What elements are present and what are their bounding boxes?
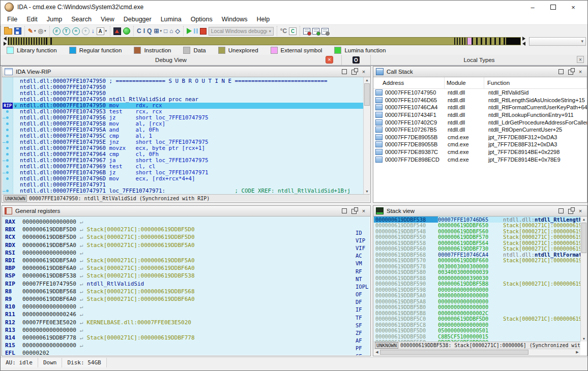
- stop-process-icon[interactable]: [200, 28, 207, 35]
- register-row[interactable]: R14000000619DDBF778↵Stack[0000271C]:0000…: [3, 334, 370, 342]
- call-stack-row[interactable]: 00007FFE10746D65ntdll.dllntdll_RtlLength…: [373, 97, 587, 104]
- stack-row[interactable]: 000000619DDBF5A00000000000000000: [374, 293, 580, 299]
- stack-row[interactable]: 000000619DDBF5800034003000000039: [374, 269, 580, 275]
- segments-list-icon[interactable]: [321, 28, 329, 35]
- watches-icon[interactable]: ⊞: [154, 27, 159, 35]
- lumina-status-icon[interactable]: [123, 27, 130, 35]
- disassembly-scrollbar[interactable]: ▲ ▼: [363, 77, 370, 194]
- maximize-panel-icon[interactable]: [558, 208, 564, 213]
- flag-row[interactable]: IOPL0: [356, 283, 370, 290]
- call-stack-row[interactable]: 00007FF7DE898ECDcmd.exejpt_7FF7DE8914BE+…: [373, 156, 587, 163]
- stack-row[interactable]: 000000619DDBF570000000619DDBF660Stack[00…: [374, 258, 580, 264]
- xrefs-view-icon[interactable]: +: [82, 27, 90, 35]
- close-panel-icon[interactable]: ×: [361, 69, 366, 74]
- register-row[interactable]: R130000000000000000↵: [3, 326, 370, 334]
- tab-output-window[interactable]: O: [342, 55, 371, 65]
- flag-row[interactable]: VIF0: [356, 244, 370, 252]
- stack-row[interactable]: 000000619DDBF5780030003000300000: [374, 263, 580, 269]
- register-row[interactable]: R110000000000000246↵: [3, 311, 370, 318]
- menu-item-file[interactable]: File: [3, 15, 22, 24]
- modules-list-icon[interactable]: [312, 28, 319, 35]
- ida-view-header[interactable]: IDA View-RIP ×: [2, 67, 370, 77]
- menu-item-windows[interactable]: Windows: [217, 15, 252, 24]
- stack-row[interactable]: 000000619DDBF5C80000000000000000: [374, 322, 580, 328]
- flag-row[interactable]: AC0: [356, 252, 370, 260]
- call-stack-row[interactable]: 00007FFE10747950ntdll.dllntdll_RtlValidS…: [373, 89, 587, 97]
- stack-row[interactable]: 000000619DDBF5D8C8B5CF5100000015: [374, 333, 580, 339]
- register-row[interactable]: RDX000000619DDBF5A0↵Stack[0000271C]:0000…: [3, 241, 370, 249]
- stack-row[interactable]: 000000619DDBF5B8000000000000002C: [374, 310, 580, 316]
- close-panel-icon[interactable]: ×: [578, 69, 583, 74]
- flag-row[interactable]: DF0: [356, 298, 370, 306]
- segments-icon[interactable]: ◇: [175, 27, 180, 35]
- open-file-icon[interactable]: [4, 28, 12, 35]
- flag-row[interactable]: TF0: [356, 314, 370, 321]
- maximize-panel-icon[interactable]: [342, 69, 347, 74]
- float-panel-icon[interactable]: [351, 209, 357, 214]
- debugger-select[interactable]: Local Windows debugger▾: [209, 27, 274, 36]
- register-row[interactable]: R8000000619DDBF568↵Stack[0000271C]:00000…: [3, 288, 370, 295]
- call-stack-row[interactable]: 00007FFE107402C9ntdll.dllntdll_LdrGetPro…: [373, 118, 587, 126]
- maximize-button[interactable]: [543, 1, 563, 13]
- tab-debug-view[interactable]: Debug View ×: [1, 55, 342, 65]
- stack-row[interactable]: 000000619DDBF5A80000000000000000: [374, 298, 580, 304]
- menu-item-edit[interactable]: Edit: [22, 15, 42, 24]
- scroll-down-icon[interactable]: ▼: [581, 337, 587, 341]
- edit-script-icon[interactable]: ✎: [28, 27, 33, 35]
- column-header-address[interactable]: Address: [373, 77, 445, 88]
- flag-row[interactable]: OF0: [356, 291, 370, 298]
- enums-view-icon[interactable]: =: [72, 27, 80, 35]
- flag-row[interactable]: CF0: [356, 352, 370, 355]
- close-button[interactable]: ×: [563, 1, 583, 13]
- tab-local-types[interactable]: Local Types ×: [371, 55, 587, 65]
- stack-view-header[interactable]: Stack view ×: [373, 206, 587, 217]
- stack-row[interactable]: 000000619DDBF56800007FFE10746CA4ntdll.dl…: [374, 252, 580, 258]
- stack-row[interactable]: 000000619DDBF5880000000000390030: [374, 275, 580, 281]
- stack-row[interactable]: 000000619DDBF540000000619DDBF650Stack[00…: [374, 223, 580, 229]
- modules-icon[interactable]: ⌂: [169, 27, 173, 35]
- menu-item-help[interactable]: Help: [252, 15, 274, 24]
- scroll-thumb[interactable]: [581, 223, 586, 253]
- pause-process-icon[interactable]: [194, 28, 195, 34]
- text-options-icon[interactable]: A: [97, 27, 104, 35]
- flag-row[interactable]: AF0: [356, 337, 370, 345]
- function-trace-icon[interactable]: Q: [147, 27, 152, 35]
- flag-row[interactable]: VIP0: [356, 236, 370, 244]
- continue-c-icon[interactable]: C: [289, 27, 297, 35]
- registers-view[interactable]: RAX0000000000000000↵RBX000000619DDBF5D0↵…: [3, 217, 370, 355]
- menu-item-search[interactable]: Search: [67, 15, 96, 24]
- flag-row[interactable]: VM0: [356, 260, 370, 267]
- register-row[interactable]: RCX000000619DDBF5D0↵Stack[0000271C]:0000…: [3, 233, 370, 241]
- jump-icon[interactable]: ↓: [92, 27, 95, 35]
- navband-dropdown[interactable]: ▾: [529, 37, 586, 46]
- call-stack-row[interactable]: 00007FF7DE89055Bcmd.exejpt_7FF7DE88F312+…: [373, 134, 587, 141]
- scroll-thumb[interactable]: [380, 350, 528, 355]
- register-row[interactable]: RSP000000619DDBF538↵Stack[0000271C]:0000…: [3, 272, 370, 280]
- disassembly-line[interactable]: ntdll.dll:00007FFE10747971 loc_7FFE10747…: [3, 188, 363, 194]
- register-row[interactable]: RDI000000619DDBF5A0↵Stack[0000271C]:0000…: [3, 257, 370, 264]
- stack-row[interactable]: 000000619DDBF53800007FFE10746D65ntdll.dl…: [374, 217, 580, 223]
- instruction-trace-icon[interactable]: I: [143, 27, 145, 35]
- menu-item-debugger[interactable]: Debugger: [119, 15, 156, 24]
- maximize-panel-icon[interactable]: [342, 208, 347, 213]
- tab-close-button[interactable]: ×: [326, 56, 333, 64]
- register-row[interactable]: RBX000000619DDBF5D0↵Stack[0000271C]:0000…: [3, 226, 370, 233]
- stack-row[interactable]: 000000619DDBF590000000619DDBF5B8Stack[00…: [374, 281, 580, 287]
- register-row[interactable]: R100000000000000000↵: [3, 303, 370, 311]
- maximize-panel-icon[interactable]: [558, 69, 564, 74]
- stack-memory-view[interactable]: 000000619DDBF53800007FFE10746D65ntdll.dl…: [374, 217, 580, 342]
- flag-row[interactable]: RF0: [356, 267, 370, 275]
- hash-view-icon[interactable]: #: [53, 27, 61, 35]
- stack-row[interactable]: 000000619DDBF550000000619DDBF570Stack[00…: [374, 234, 580, 240]
- stack-row[interactable]: 000000619DDBF5C0000000619DDBF5D0Stack[00…: [374, 316, 580, 322]
- register-row[interactable]: EFL00000202: [3, 349, 370, 355]
- call-stack-row[interactable]: 00007FFE107434F1ntdll.dllntdll_RtlLookup…: [373, 111, 587, 119]
- float-panel-icon[interactable]: [568, 70, 573, 75]
- flag-row[interactable]: ZF0: [356, 329, 370, 336]
- save-file-icon[interactable]: [14, 27, 21, 35]
- register-row[interactable]: R150000000000000000↵: [3, 342, 370, 349]
- call-stack-row[interactable]: 00007FF7DE89387Ccmd.exejpt_7FF7DE8914BE+…: [373, 148, 587, 156]
- stack-row[interactable]: 000000619DDBF558000000619DDBF564Stack[00…: [374, 240, 580, 246]
- flag-row[interactable]: IF1: [356, 306, 370, 314]
- snapshot-icon[interactable]: ◎: [38, 27, 43, 35]
